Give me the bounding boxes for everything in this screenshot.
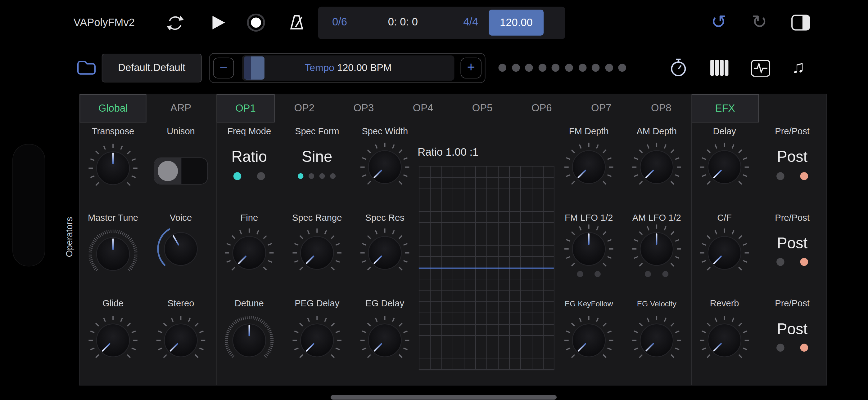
glide-knob[interactable] [87,314,140,367]
tab-op1[interactable]: OP1 [216,94,274,123]
tab-op8[interactable]: OP8 [631,94,691,123]
tempo-plus-button[interactable]: + [461,58,482,78]
page-dot[interactable] [618,64,626,72]
page-dot[interactable] [538,64,546,72]
page-dot[interactable] [605,64,613,72]
sidebar-toggle-icon[interactable] [791,14,810,31]
reverb-knob[interactable] [698,314,751,367]
cf-prepost-dot[interactable] [776,258,784,266]
tab-global[interactable]: Global [80,94,147,123]
folder-icon[interactable] [77,60,96,76]
undo-icon[interactable]: ↺ [711,12,726,31]
spec-range-knob[interactable] [290,226,344,279]
cycle-icon[interactable] [165,12,186,33]
stereo-knob[interactable] [154,314,207,367]
eg-keyfollow-knob[interactable] [562,314,615,367]
fm-lfo-knob[interactable] [562,222,615,275]
transport-tempo[interactable]: 120.00 [489,10,544,36]
delay-prepost-value[interactable]: Post [777,148,807,166]
transport-time[interactable]: 0: 0: 0 [372,16,434,28]
fm-lfo-select-dot[interactable] [577,271,583,277]
tempo-label: Tempo [305,62,334,73]
app-title: VAPolyFMv2 [73,16,135,29]
metronome-icon[interactable] [288,14,306,32]
transpose-knob[interactable] [87,142,140,195]
notes-icon[interactable]: ♫ [792,58,805,75]
delay-knob[interactable] [698,140,751,194]
cf-prepost-dot[interactable] [800,258,808,266]
master-tune-knob[interactable] [87,228,140,280]
eg-velocity-knob[interactable] [630,314,683,367]
tempo-minus-button[interactable]: − [213,58,234,78]
record-icon[interactable] [247,13,266,32]
page-dot[interactable] [512,64,519,72]
freq-mode-value[interactable]: Ratio [231,148,267,166]
spec-form-value[interactable]: Sine [302,148,332,166]
cf-prepost-value[interactable]: Post [777,235,807,252]
preset-selector[interactable]: Default.Default [102,54,202,82]
delay-prepost-dot[interactable] [800,172,808,180]
reverb-prepost-dot[interactable] [800,344,808,352]
spec-form-option-dot[interactable] [330,173,336,179]
detune-knob[interactable] [223,314,276,367]
freq-mode-option-dot[interactable] [234,172,241,180]
side-drag-handle[interactable] [12,144,45,266]
tab-efx[interactable]: EFX [691,94,759,123]
tab-op2[interactable]: OP2 [275,94,334,123]
fine-knob[interactable] [223,226,276,279]
transpose-label: Transpose [92,127,134,137]
page-dot[interactable] [592,64,599,72]
tempo-slider[interactable]: Tempo 120.00 BPM [242,55,454,80]
spec-res-knob[interactable] [358,226,411,279]
spec-form-option-dot[interactable] [319,173,325,179]
cf-knob[interactable] [698,226,751,279]
page-dot[interactable] [565,64,573,72]
master-tune-label: Master Tune [88,213,138,223]
freq-mode-option-dot[interactable] [257,172,265,180]
page-dot[interactable] [499,64,506,72]
am-lfo-select-dot[interactable] [662,271,669,277]
cf-prepost-label: Pre/Post [775,213,810,223]
peg-delay-knob[interactable] [290,314,344,367]
page-dot[interactable] [578,64,586,72]
tempo-readout: Tempo 120.00 BPM [242,55,454,80]
fm-lfo-select-dot[interactable] [594,271,601,277]
tab-op4[interactable]: OP4 [393,94,453,123]
play-icon[interactable] [210,14,226,30]
am-lfo-knob[interactable] [630,222,683,275]
page-dot[interactable] [525,64,533,72]
transport-bars[interactable]: 0/6 [324,16,355,28]
spec-form-option-dot[interactable] [298,173,303,179]
unison-toggle-knob[interactable] [158,161,178,181]
tab-op5[interactable]: OP5 [453,94,512,123]
am-depth-knob[interactable] [630,140,683,194]
ratio-graph[interactable] [419,166,554,370]
reverb-prepost-dot[interactable] [776,344,784,352]
delay-prepost-dot[interactable] [776,172,784,180]
tab-op6[interactable]: OP6 [512,94,571,123]
redo-icon[interactable]: ↻ [752,12,767,31]
transport-signature[interactable]: 4/4 [457,16,485,28]
fm-depth-knob[interactable] [562,140,615,194]
spec-width-knob[interactable] [358,140,411,194]
am-lfo-select-dot[interactable] [645,271,651,277]
page-indicator[interactable] [499,64,626,72]
keyboard-icon[interactable] [710,60,729,76]
tempo-group: − Tempo 120.00 BPM + [209,53,486,83]
tab-arp[interactable]: ARP [146,94,215,123]
tab-op7[interactable]: OP7 [571,94,631,123]
voice-knob[interactable] [154,222,207,275]
stereo-label: Stereo [168,299,194,309]
unison-toggle[interactable] [154,158,208,185]
clock-icon[interactable] [669,58,688,77]
operators-vertical-label: Operators [65,217,75,257]
tab-op3[interactable]: OP3 [334,94,393,123]
voice-label: Voice [170,213,192,223]
oscilloscope-icon[interactable] [751,60,770,77]
horizontal-scrollbar[interactable] [331,395,557,400]
cf-label: C/F [717,213,732,223]
page-dot[interactable] [552,64,559,72]
spec-form-option-dot[interactable] [309,173,314,179]
eg-delay-knob[interactable] [358,314,411,367]
reverb-prepost-value[interactable]: Post [777,321,807,338]
